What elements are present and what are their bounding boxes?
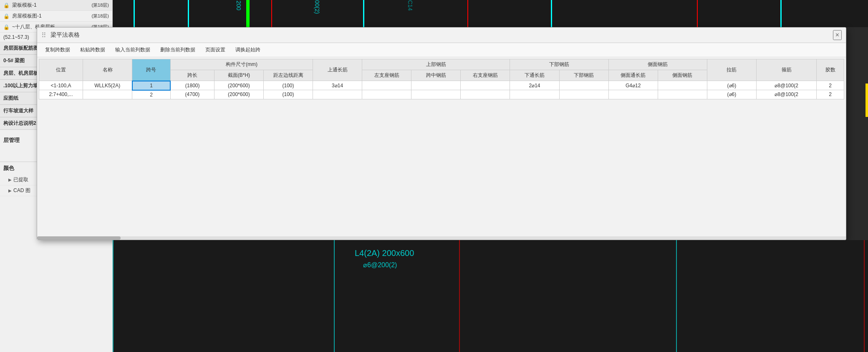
cell-right-support-1[interactable]: [461, 81, 510, 90]
cell-position-2[interactable]: 2:7+400,...: [39, 90, 83, 99]
cell-section-1[interactable]: (200*600): [214, 81, 263, 90]
cell-left-support-2[interactable]: [362, 90, 411, 99]
col-header-stirrup: 箍筋: [756, 59, 816, 81]
cell-tie-1[interactable]: (⌀6): [707, 81, 756, 90]
delete-col-button[interactable]: 删除当前列数据: [156, 45, 200, 55]
cell-span-len-2[interactable]: (4700): [170, 90, 214, 99]
sub-header-bot-through: 下通长筋: [510, 70, 559, 81]
toggle-start-button[interactable]: 调换起始跨: [231, 45, 265, 55]
cell-span-2[interactable]: 2: [132, 90, 171, 99]
sub-header-span-len: 跨长: [170, 70, 214, 81]
cell-side-rebar-2[interactable]: [658, 90, 707, 99]
cell-bot-rebar-1[interactable]: [559, 81, 608, 90]
col-header-legs: 胶数: [817, 59, 844, 81]
cell-name-2[interactable]: [83, 90, 132, 99]
cell-span-1[interactable]: 1: [132, 81, 171, 90]
cell-bot-through-1[interactable]: 2⌀14: [510, 81, 559, 90]
dialog-close-button[interactable]: ×: [833, 30, 842, 40]
lock-icon-1: 🔒: [3, 3, 10, 8]
sub-header-bot-rebar: 下部钢筋: [559, 70, 608, 81]
cell-side-through-2[interactable]: [608, 90, 658, 99]
sub-header-left-dist: 距左边线距离: [263, 70, 313, 81]
cell-name-1[interactable]: WLLK5(2A): [83, 81, 132, 90]
cell-bot-through-2[interactable]: [510, 90, 559, 99]
lock-icon-3: 🔒: [3, 24, 10, 30]
paste-span-button[interactable]: 粘贴跨数据: [76, 45, 110, 55]
col-header-top-rebar: 上部钢筋: [362, 59, 510, 70]
cell-side-rebar-1[interactable]: [658, 81, 707, 90]
sub-header-mid-span: 跨中钢筋: [411, 70, 461, 81]
cell-left-dist-2[interactable]: (100): [263, 90, 313, 99]
cell-mid-span-2[interactable]: [411, 90, 461, 99]
cad-label: CAD 图: [13, 187, 30, 194]
cad-text-bottom-1: L4(2A) 200x600: [355, 248, 414, 258]
scrollbar-thumb[interactable]: [37, 236, 121, 240]
dialog-title: ⠿ 梁平法表格: [41, 31, 80, 39]
sub-header-left-support: 左支座钢筋: [362, 70, 411, 81]
cad-bottom-area: L4(2A) 200x600 ⌀6@200(2): [113, 240, 868, 352]
cell-stirrup-1[interactable]: ⌀8@100(2: [756, 81, 816, 90]
cell-side-through-1[interactable]: G4⌀12: [608, 81, 658, 90]
table-container[interactable]: 位置 名称 跨号 构件尺寸(mm) 上通长筋 上部钢筋 下部钢筋 侧面钢筋 拉筋…: [37, 57, 846, 240]
beam-table: 位置 名称 跨号 构件尺寸(mm) 上通长筋 上部钢筋 下部钢筋 侧面钢筋 拉筋…: [39, 59, 844, 99]
sub-header-side-rebar: 侧面钢筋: [658, 70, 707, 81]
cell-left-support-1[interactable]: [362, 81, 411, 90]
input-col-button[interactable]: 输入当前列数据: [111, 45, 155, 55]
layer-info-2: (第18层): [91, 13, 109, 19]
sidebar-item-1[interactable]: 🔒 梁板模板-1 (第18层): [0, 0, 112, 11]
cell-top-through-2[interactable]: [313, 90, 362, 99]
col-header-position: 位置: [39, 59, 83, 81]
sidebar-label-2: 房屋模板图-1: [12, 13, 42, 20]
cad-text-bottom-2: ⌀6@200(2): [363, 261, 397, 269]
extracted-label: 已提取: [13, 176, 28, 183]
col-header-bot-rebar: 下部钢筋: [510, 59, 608, 70]
dialog-title-text: 梁平法表格: [50, 31, 80, 39]
layer-info-1: (第18层): [91, 2, 109, 8]
sub-header-right-support: 右支座钢筋: [461, 70, 510, 81]
cell-left-dist-1[interactable]: (100): [263, 81, 313, 90]
cell-position-1[interactable]: <1-100,A: [39, 81, 83, 90]
horizontal-scrollbar[interactable]: [37, 236, 846, 240]
col-header-dimensions: 构件尺寸(mm): [170, 59, 313, 70]
sub-header-section: 截面(B*H): [214, 70, 263, 81]
sidebar-label-1: 梁板模板-1: [12, 2, 37, 9]
cell-right-support-2[interactable]: [461, 90, 510, 99]
lock-icon-2: 🔒: [3, 13, 10, 19]
page-settings-button[interactable]: 页面设置: [201, 45, 230, 55]
sidebar-item-2[interactable]: 🔒 房屋模板图-1 (第18层): [0, 11, 112, 22]
copy-span-button[interactable]: 复制跨数据: [40, 45, 75, 55]
cad-top-area: 200 000(2) C14: [113, 0, 868, 27]
main-dialog: ⠿ 梁平法表格 × 复制跨数据 粘贴跨数据 输入当前列数据 删除当前列数据 页面…: [37, 27, 846, 240]
col-header-tie: 拉筋: [707, 59, 756, 81]
col-header-span: 跨号: [132, 59, 171, 81]
cell-legs-1[interactable]: 2: [817, 81, 844, 90]
expand-arrow-2: ▶: [8, 188, 12, 193]
table-row[interactable]: 2:7+400,... 2 (4700) (200*600) (100) (⌀6…: [39, 90, 844, 99]
sub-header-side-through: 侧面通长筋: [608, 70, 658, 81]
dialog-toolbar: 复制跨数据 粘贴跨数据 输入当前列数据 删除当前列数据 页面设置 调换起始跨: [37, 43, 846, 57]
cell-bot-rebar-2[interactable]: [559, 90, 608, 99]
cell-legs-2[interactable]: 2: [817, 90, 844, 99]
cell-span-len-1[interactable]: (1800): [170, 81, 214, 90]
grip-icon: ⠿: [41, 31, 46, 39]
dialog-titlebar: ⠿ 梁平法表格 ×: [37, 28, 846, 43]
cell-stirrup-2[interactable]: ⌀8@100(2: [756, 90, 816, 99]
cell-mid-span-1[interactable]: [411, 81, 461, 90]
table-row[interactable]: <1-100,A WLLK5(2A) 1 (1800) (200*600) (1…: [39, 81, 844, 90]
yellow-accent-bar: [865, 84, 868, 117]
cell-section-2[interactable]: (200*600): [214, 90, 263, 99]
cell-tie-2[interactable]: (⌀6): [707, 90, 756, 99]
col-header-name: 名称: [83, 59, 132, 81]
col-header-top-through: 上通长筋: [313, 59, 362, 81]
sidebar-label-4: (52.1~57.3): [3, 34, 29, 40]
col-header-side-rebar: 侧面钢筋: [608, 59, 707, 70]
expand-arrow-1: ▶: [8, 177, 12, 182]
cell-top-through-1[interactable]: 3⌀14: [313, 81, 362, 90]
